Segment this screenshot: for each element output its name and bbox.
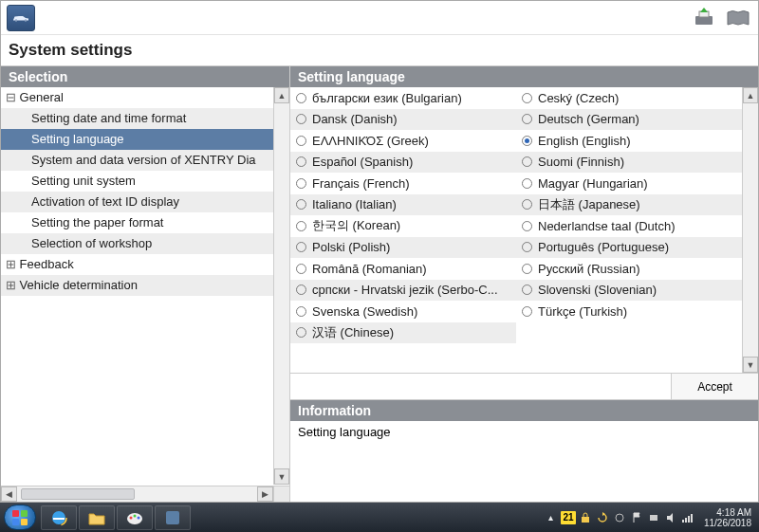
hscroll-thumb[interactable] — [21, 488, 135, 500]
tray-volume-icon[interactable] — [664, 510, 678, 524]
radio-icon — [296, 284, 306, 295]
taskbar-explorer[interactable] — [79, 505, 115, 530]
language-option[interactable]: Română (Romanian) — [290, 258, 516, 280]
system-tray: ▴ 21 4:18 AM 11/26/2018 — [544, 507, 755, 528]
language-option[interactable]: Ceský (Czech) — [516, 87, 742, 109]
tree-item[interactable]: Setting date and time format — [1, 108, 289, 129]
tree-group[interactable]: ⊞ Vehicle determination — [1, 275, 289, 296]
tree-label: Setting language — [31, 132, 124, 146]
radio-icon — [296, 221, 306, 231]
information-body: Setting language — [290, 421, 758, 502]
language-option[interactable]: Nederlandse taal (Dutch) — [516, 215, 742, 237]
radio-icon — [296, 136, 306, 146]
tree-item[interactable]: Setting language — [1, 129, 289, 150]
language-option[interactable]: Magyar (Hungarian) — [516, 173, 742, 194]
language-option[interactable]: Italiano (Italian) — [290, 194, 516, 216]
radio-icon — [296, 178, 306, 189]
language-option[interactable]: 汉语 (Chinese) — [290, 322, 516, 344]
accept-button[interactable]: Accept — [671, 374, 758, 399]
svg-point-12 — [138, 516, 140, 519]
language-label: Nederlandse taal (Dutch) — [538, 219, 676, 233]
tree-label: Vehicle determination — [16, 278, 138, 292]
tray-refresh-icon[interactable] — [596, 510, 610, 524]
tree-vscrollbar[interactable]: ▲ ▼ — [273, 87, 289, 485]
tree-label: Setting the paper format — [31, 215, 163, 229]
scroll-down-icon[interactable]: ▼ — [743, 357, 758, 373]
language-option[interactable]: Русский (Russian) — [516, 258, 742, 280]
tree-item[interactable]: Selection of workshop — [1, 233, 289, 254]
scroll-down-icon[interactable]: ▼ — [274, 468, 289, 485]
taskbar-clock[interactable]: 4:18 AM 11/26/2018 — [704, 507, 751, 528]
radio-icon — [522, 221, 532, 231]
language-option[interactable]: Türkçe (Turkish) — [516, 301, 742, 322]
language-option[interactable]: Slovenski (Slovenian) — [516, 280, 742, 302]
taskbar-app[interactable] — [155, 505, 191, 530]
tree-twisty-icon[interactable]: ⊟ — [5, 87, 16, 108]
svg-rect-20 — [685, 518, 687, 523]
svg-point-10 — [130, 516, 133, 519]
tree-group[interactable]: ⊟ General — [1, 87, 289, 108]
taskbar-paint[interactable] — [117, 505, 153, 530]
language-row: 汉语 (Chinese) — [290, 322, 516, 344]
language-label: Русский (Russian) — [538, 262, 639, 276]
language-option[interactable]: Português (Portuguese) — [516, 237, 742, 259]
scroll-right-icon[interactable]: ▶ — [257, 486, 273, 502]
tray-chevron-icon[interactable]: ▴ — [544, 510, 558, 524]
language-option[interactable]: Polski (Polish) — [290, 237, 516, 259]
tray-usb-icon[interactable] — [613, 510, 627, 524]
tray-lock-icon[interactable] — [579, 510, 593, 524]
tree-hscrollbar[interactable]: ◀ ▶ — [1, 486, 273, 502]
language-option[interactable]: Dansk (Danish) — [290, 109, 516, 131]
radio-icon — [296, 242, 306, 252]
tray-network-icon[interactable] — [647, 510, 661, 524]
tree-item[interactable]: System and data version of XENTRY Dia — [1, 150, 289, 171]
scroll-up-icon[interactable]: ▲ — [274, 87, 289, 103]
language-option[interactable]: 한국의 (Korean) — [290, 215, 516, 237]
language-option[interactable]: български език (Bulgarian) — [290, 87, 516, 109]
radio-icon — [522, 306, 532, 317]
svg-rect-17 — [650, 515, 657, 521]
manual-button[interactable] — [724, 6, 752, 30]
language-option[interactable]: English (English) — [516, 130, 742, 152]
radio-icon — [296, 93, 306, 103]
language-label: српски - Hrvatski jezik (Serbo-C... — [312, 283, 498, 297]
language-option[interactable]: Svenska (Swedish) — [290, 301, 516, 322]
tree-twisty-icon[interactable]: ⊞ — [5, 275, 16, 296]
printer-icon — [693, 8, 715, 28]
language-option[interactable]: српски - Hrvatski jezik (Serbo-C... — [290, 280, 516, 302]
tray-wifi-icon[interactable] — [681, 510, 695, 524]
language-option[interactable]: ΕΛΛΗΝΙΚΌΣ (Greek) — [290, 130, 516, 152]
language-option[interactable]: Suomi (Finnish) — [516, 152, 742, 174]
svg-rect-6 — [21, 519, 28, 525]
svg-rect-3 — [12, 510, 19, 517]
print-button[interactable] — [690, 6, 718, 30]
language-option[interactable]: Français (French) — [290, 173, 516, 194]
tree-item[interactable]: Activation of text ID display — [1, 192, 289, 212]
language-header: Setting language — [290, 66, 758, 87]
tree-item[interactable]: Setting the paper format — [1, 212, 289, 233]
tree-group[interactable]: ⊞ Feedback — [1, 254, 289, 275]
language-option[interactable]: Deutsch (German) — [516, 109, 742, 131]
tree-item[interactable]: Setting unit system — [1, 171, 289, 192]
taskbar-ie[interactable] — [41, 505, 77, 530]
content-area: Selection ⊟ General Setting date and tim… — [1, 65, 758, 502]
language-label: 日本語 (Japanese) — [538, 196, 640, 213]
language-label: ΕΛΛΗΝΙΚΌΣ (Greek) — [312, 134, 429, 148]
radio-icon — [296, 327, 306, 338]
language-label: Türkçe (Turkish) — [538, 304, 627, 319]
language-label: български език (Bulgarian) — [312, 91, 462, 105]
language-option[interactable]: 日本語 (Japanese) — [516, 194, 742, 216]
language-option[interactable]: Español (Spanish) — [290, 152, 516, 174]
tray-flag-icon[interactable] — [630, 510, 644, 524]
scroll-left-icon[interactable]: ◀ — [1, 486, 17, 502]
start-button[interactable] — [4, 504, 36, 530]
car-icon — [11, 12, 30, 24]
tree-twisty-icon[interactable]: ⊞ — [5, 254, 16, 275]
language-label: Italiano (Italian) — [312, 197, 397, 211]
scroll-up-icon[interactable]: ▲ — [743, 87, 758, 103]
page-title: System settings — [1, 35, 758, 65]
vehicle-button[interactable] — [7, 5, 35, 31]
language-row: српски - Hrvatski jezik (Serbo-C...Slove… — [290, 280, 742, 302]
lang-vscrollbar[interactable]: ▲ ▼ — [742, 87, 758, 373]
tray-day-badge[interactable]: 21 — [561, 511, 576, 524]
